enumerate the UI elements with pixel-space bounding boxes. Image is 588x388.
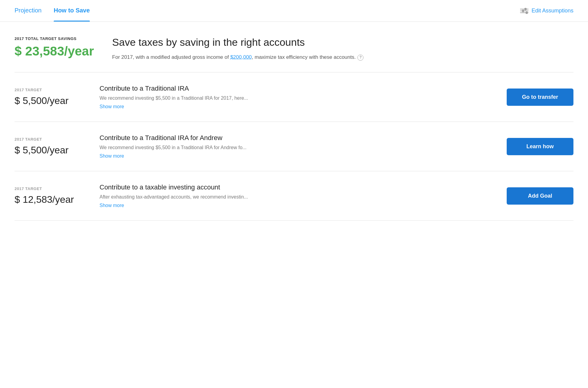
info-icon[interactable]: ?	[357, 55, 363, 61]
show-more-2[interactable]: Show more	[100, 203, 124, 208]
action-button-2[interactable]: Add Goal	[507, 187, 573, 205]
row-left-1: 2017 TARGET $ 5,500/year	[15, 137, 81, 156]
hero-section: 2017 TOTAL TARGET SAVINGS $ 23,583/year …	[15, 22, 573, 72]
savings-row-0: 2017 TARGET $ 5,500/year Contribute to a…	[15, 72, 573, 122]
hero-title: Save taxes by saving in the right accoun…	[112, 36, 573, 48]
hero-description-suffix: , maximize tax efficiency with these acc…	[252, 54, 356, 60]
tabs-left: Projection How to Save	[15, 0, 90, 22]
row-right-0: Go to transfer	[507, 89, 573, 106]
row-right-2: Add Goal	[507, 187, 573, 205]
hero-description: For 2017, with a modified adjusted gross…	[112, 53, 573, 61]
show-more-1[interactable]: Show more	[100, 153, 124, 159]
sliders-icon	[520, 9, 529, 13]
row-title-1: Contribute to a Traditional IRA for Andr…	[100, 134, 488, 142]
row-middle-0: Contribute to a Traditional IRA We recom…	[100, 85, 488, 109]
row-description-2: After exhausting tax-advantaged accounts…	[100, 194, 488, 200]
row-middle-2: Contribute to a taxable investing accoun…	[100, 183, 488, 208]
edit-assumptions-button[interactable]: Edit Assumptions	[520, 8, 573, 14]
row-description-0: We recommend investing $5,500 in a Tradi…	[100, 95, 488, 101]
hero-left: 2017 TOTAL TARGET SAVINGS $ 23,583/year	[15, 36, 94, 59]
main-content: 2017 TOTAL TARGET SAVINGS $ 23,583/year …	[0, 22, 588, 221]
hero-right: Save taxes by saving in the right accoun…	[112, 36, 573, 61]
savings-row-1: 2017 TARGET $ 5,500/year Contribute to a…	[15, 122, 573, 171]
income-link[interactable]: $200,000	[230, 54, 252, 60]
row-description-1: We recommend investing $5,500 in a Tradi…	[100, 145, 488, 150]
row-label-1: 2017 TARGET	[15, 137, 81, 142]
row-amount-2: $ 12,583/year	[15, 194, 81, 205]
tab-projection[interactable]: Projection	[15, 0, 42, 22]
tab-how-to-save[interactable]: How to Save	[54, 0, 90, 22]
edit-assumptions-label: Edit Assumptions	[532, 8, 573, 14]
hero-label: 2017 TOTAL TARGET SAVINGS	[15, 36, 94, 41]
row-amount-1: $ 5,500/year	[15, 145, 81, 156]
savings-rows-container: 2017 TARGET $ 5,500/year Contribute to a…	[15, 72, 573, 221]
tabs-bar: Projection How to Save Edit Assumptions	[0, 0, 588, 22]
hero-description-prefix: For 2017, with a modified adjusted gross…	[112, 54, 230, 60]
action-button-1[interactable]: Learn how	[507, 138, 573, 155]
show-more-0[interactable]: Show more	[100, 104, 124, 109]
row-label-0: 2017 TARGET	[15, 88, 81, 92]
row-left-0: 2017 TARGET $ 5,500/year	[15, 88, 81, 106]
row-right-1: Learn how	[507, 138, 573, 155]
hero-amount: $ 23,583/year	[15, 44, 94, 59]
row-left-2: 2017 TARGET $ 12,583/year	[15, 186, 81, 205]
row-amount-0: $ 5,500/year	[15, 95, 81, 106]
row-label-2: 2017 TARGET	[15, 186, 81, 191]
action-button-0[interactable]: Go to transfer	[507, 89, 573, 106]
row-title-0: Contribute to a Traditional IRA	[100, 85, 488, 92]
row-middle-1: Contribute to a Traditional IRA for Andr…	[100, 134, 488, 159]
savings-row-2: 2017 TARGET $ 12,583/year Contribute to …	[15, 171, 573, 221]
row-title-2: Contribute to a taxable investing accoun…	[100, 183, 488, 191]
